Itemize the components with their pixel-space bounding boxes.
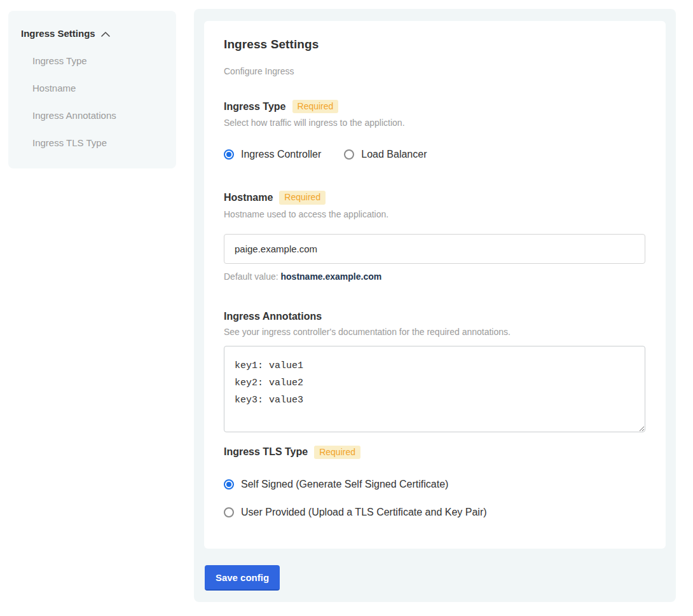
default-value-text: hostname.example.com — [281, 271, 382, 282]
config-sidebar: Ingress Settings Ingress Type Hostname I… — [8, 11, 176, 168]
ingress-annotations-label: Ingress Annotations — [224, 311, 322, 322]
radio-label: User Provided (Upload a TLS Certificate … — [241, 507, 487, 518]
ingress-tls-type-label: Ingress TLS Type — [224, 446, 308, 458]
radio-label: Self Signed (Generate Self Signed Certif… — [241, 479, 448, 490]
save-config-button[interactable]: Save config — [205, 565, 280, 591]
radio-unselected-icon[interactable] — [344, 149, 354, 160]
section-heading-ingress-annotations: Ingress Annotations — [224, 311, 646, 322]
ingress-type-radio-group: Ingress Controller Load Balancer — [224, 149, 646, 160]
sidebar-group-label: Ingress Settings — [21, 28, 95, 39]
radio-selected-icon[interactable] — [224, 479, 234, 489]
section-heading-ingress-tls-type: Ingress TLS Type Required — [224, 446, 646, 459]
radio-label: Load Balancer — [361, 149, 427, 160]
radio-load-balancer[interactable]: Load Balancer — [344, 149, 427, 160]
config-panel: Ingress Settings Configure Ingress Ingre… — [194, 9, 676, 602]
sidebar-item-list: Ingress Type Hostname Ingress Annotation… — [32, 55, 163, 148]
sidebar-item-ingress-tls-type[interactable]: Ingress TLS Type — [32, 137, 163, 148]
ingress-annotations-help-text: See your ingress controller's documentat… — [224, 327, 646, 337]
page-title: Ingress Settings — [224, 38, 646, 51]
radio-self-signed[interactable]: Self Signed (Generate Self Signed Certif… — [224, 479, 646, 490]
ingress-type-label: Ingress Type — [224, 101, 286, 113]
section-ingress-annotations: Ingress Annotations See your ingress con… — [224, 311, 646, 432]
sidebar-group-ingress-settings[interactable]: Ingress Settings — [21, 28, 163, 39]
section-heading-hostname: Hostname Required — [224, 191, 646, 204]
required-badge: Required — [292, 100, 339, 113]
required-badge: Required — [279, 191, 326, 204]
default-value-label: Default value: — [224, 271, 281, 282]
radio-selected-icon[interactable] — [224, 149, 234, 160]
required-badge: Required — [314, 446, 360, 459]
section-heading-ingress-type: Ingress Type Required — [224, 100, 646, 113]
sidebar-item-hostname[interactable]: Hostname — [32, 83, 163, 93]
ingress-tls-radio-group: Self Signed (Generate Self Signed Certif… — [224, 479, 646, 518]
radio-ingress-controller[interactable]: Ingress Controller — [224, 149, 321, 160]
ingress-annotations-textarea[interactable]: key1: value1 key2: value2 key3: value3 — [224, 346, 645, 432]
section-ingress-type: Ingress Type Required Select how traffic… — [224, 100, 646, 160]
radio-label: Ingress Controller — [241, 149, 321, 160]
chevron-up-icon — [101, 31, 110, 37]
sidebar-item-ingress-annotations[interactable]: Ingress Annotations — [32, 110, 163, 121]
section-ingress-tls-type: Ingress TLS Type Required Self Signed (G… — [224, 446, 646, 518]
hostname-help-text: Hostname used to access the application. — [224, 209, 646, 219]
hostname-default-line: Default value: hostname.example.com — [224, 271, 646, 282]
ingress-type-help-text: Select how traffic will ingress to the a… — [224, 118, 646, 128]
page-subtitle: Configure Ingress — [224, 66, 646, 76]
hostname-label: Hostname — [224, 192, 273, 203]
radio-user-provided[interactable]: User Provided (Upload a TLS Certificate … — [224, 507, 646, 518]
section-hostname: Hostname Required Hostname used to acces… — [224, 191, 646, 281]
radio-unselected-icon[interactable] — [224, 507, 234, 517]
sidebar-item-ingress-type[interactable]: Ingress Type — [32, 55, 163, 66]
ingress-settings-card: Ingress Settings Configure Ingress Ingre… — [204, 21, 666, 549]
hostname-input[interactable] — [224, 234, 645, 264]
